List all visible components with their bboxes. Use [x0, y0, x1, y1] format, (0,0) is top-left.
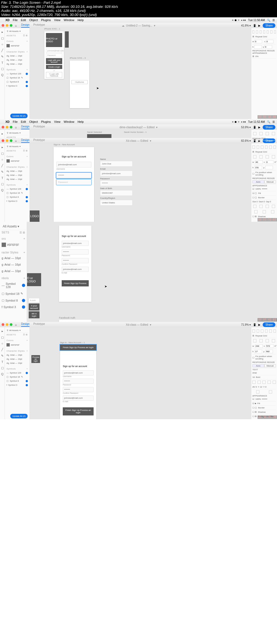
country-field: United States: [100, 200, 133, 206]
artboard-signin[interactable]: Sign in - New Account Sign up for an acc…: [54, 147, 94, 222]
menu-view[interactable]: View: [54, 18, 61, 22]
ellipse-tool[interactable]: ○: [1, 43, 3, 46]
status-icons: ◉ ⏺ ᯤ ◀ ▮▮: [232, 19, 246, 22]
tab-design[interactable]: Design: [21, 23, 29, 28]
artboard-signin-1[interactable]: Finish Sign Up Process an login Sign up …: [60, 345, 96, 419]
name-field: John Doe: [100, 161, 133, 167]
play-icon[interactable]: ▶: [258, 24, 260, 27]
zoom-level[interactable]: 41.8% ▾: [241, 24, 251, 27]
window-titlebar: ⌂ Design Prototype ☁Untitled-2 — Saving.…: [0, 23, 277, 28]
properties-panel: ⊞ Repeat Grid w x h y RESPONSIVE RESIZE …: [251, 28, 277, 119]
signup-title: Sign up for an account: [56, 155, 91, 158]
symbol-item[interactable]: ▢ Symbol 8: [6, 80, 28, 84]
artboard-signup[interactable]: Sign up for an account johndoe@mail.com …: [59, 226, 91, 302]
notification-icon[interactable]: ☰: [272, 19, 275, 22]
char-style[interactable]: Ag Arial — 10pt: [6, 62, 28, 66]
password-input-2[interactable]: Password: [56, 179, 91, 185]
share-button[interactable]: Share: [263, 23, 275, 28]
artboard-iphone-3[interactable]: iPhone X/XS – 3 f Authorize: [70, 61, 89, 108]
clock: Tue 11:50 AM: [248, 19, 265, 22]
color-swatch[interactable]: #6F6F6F: [6, 43, 28, 48]
password-field: Password: [46, 53, 62, 57]
device-icon[interactable]: 📱: [253, 24, 256, 27]
macos-menubar: XDFileEditObjectPluginsViewWindowHelp ◉ …: [0, 119, 277, 124]
tab-prototype[interactable]: Prototype: [33, 23, 45, 28]
menu-window[interactable]: Window: [64, 18, 74, 22]
pen-tool[interactable]: ✎: [1, 55, 4, 58]
menu-edit[interactable]: Edit: [21, 18, 26, 22]
pwd-field: *******: [100, 180, 133, 186]
fb-login-button: f Login with Facebook: [46, 72, 62, 78]
repeat-grid-button[interactable]: ⊞ Repeat Grid: [252, 35, 276, 39]
char-style[interactable]: Ag Arial — 16pt: [6, 54, 28, 58]
select-tool[interactable]: ▸: [2, 30, 3, 34]
artboard-iphone-1[interactable]: iPhone X/XS – 1 PHOTO or LOGO johndoe@ma…: [44, 31, 64, 79]
finish-button-selected[interactable]: Finish Sign Up Process an login: [60, 345, 96, 350]
create-login-button: Create a login: [46, 65, 62, 69]
password-input-selected[interactable]: *******: [56, 173, 91, 178]
dob-field: 09/09/1987: [100, 190, 133, 196]
line-tool[interactable]: ╱: [1, 49, 3, 52]
spotlight-icon[interactable]: 🔍: [267, 19, 270, 22]
rect-tool[interactable]: ▢: [1, 37, 4, 40]
menu-help[interactable]: Help: [78, 18, 84, 22]
assets-search[interactable]: ⚲ All Assets ▾: [6, 29, 28, 34]
traffic-lights[interactable]: [2, 24, 12, 27]
menu-plugins[interactable]: Plugins: [41, 18, 51, 22]
file-info-overlay: File: 3. The Login Screen - Part 2.mp4 S…: [0, 0, 277, 17]
canvas[interactable]: iPhone X/XS – 1 PHOTO or LOGO johndoe@ma…: [30, 28, 251, 119]
login-button: Login with your account: [46, 58, 62, 64]
char-style[interactable]: Ag Arial — 16pt: [6, 58, 28, 62]
macos-menubar: XD File Edit Object Plugins View Window …: [0, 17, 277, 23]
logo-placeholder: PHOTO or LOGO: [46, 33, 62, 47]
ungroup-grid-button[interactable]: Ungroup Grid: [252, 136, 276, 141]
text-tool[interactable]: T: [1, 61, 3, 64]
email-field: johndoe@mail.com: [46, 49, 62, 53]
artboard-tool[interactable]: ▢: [1, 67, 4, 71]
cloud-icon: ☁: [122, 24, 124, 27]
update-all-button[interactable]: Update All (2): [10, 114, 28, 118]
timestamp: 00:00:16:08: [258, 115, 277, 119]
app-name[interactable]: XD: [5, 18, 9, 22]
tool-panel: ▸ ▢ ○ ╱ ✎ T ▢ Q: [0, 28, 5, 119]
email-field: johndoe@mail.com: [100, 171, 133, 176]
email-input: johndoe@mail.com: [56, 162, 91, 167]
assets-panel: ⚲ All Assets ▾ ASSETS☰ ⊞ Colors+ #6F6F6F…: [5, 28, 30, 119]
symbol-item[interactable]: ▢ Symbol 18 ✎: [6, 76, 28, 80]
mouse-cursor: ➤: [96, 86, 99, 90]
menu-file[interactable]: File: [13, 18, 18, 22]
home-icon[interactable]: ⌂: [15, 24, 17, 27]
finish-signup-button: Finish Sign Up Process: [62, 280, 89, 286]
symbol-item[interactable]: — Symbol 128: [6, 72, 28, 76]
menu-object[interactable]: Object: [29, 18, 38, 22]
doc-title: Untitled-2 — Saving...: [126, 24, 152, 27]
update-all-button[interactable]: Update All (2): [10, 414, 28, 418]
symbol-item[interactable]: f Symbol 3: [6, 84, 28, 88]
side-form: Name John Doe Email johndoe@mail.com Pas…: [100, 157, 133, 206]
authorize-button: f Authorize: [71, 80, 88, 84]
zoom-tool[interactable]: Q: [1, 73, 4, 77]
